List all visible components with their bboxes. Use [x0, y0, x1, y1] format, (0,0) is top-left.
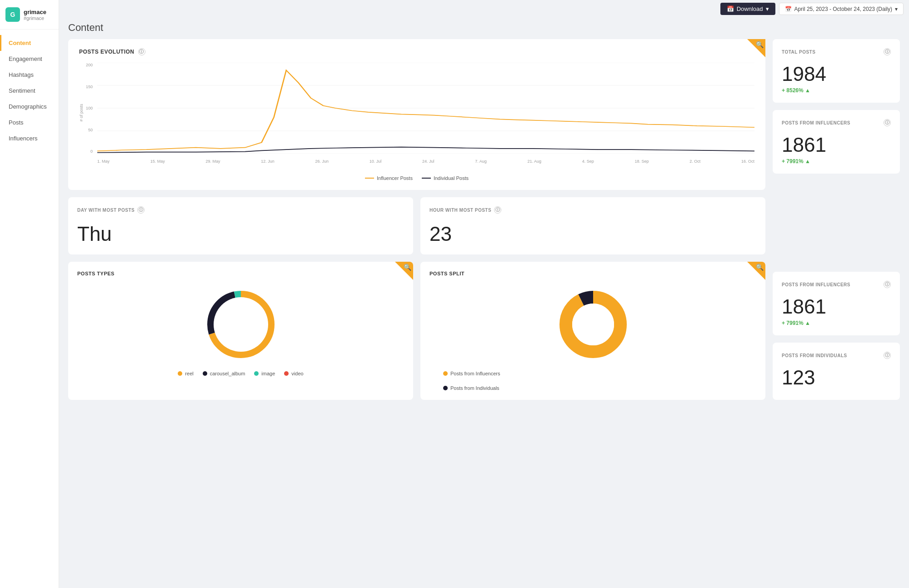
- posts-split-card: 🔍 POSTS SPLIT: [420, 262, 765, 400]
- posts-split-donut: [430, 284, 756, 365]
- sidebar-brand: G grimace #grimace: [0, 0, 59, 30]
- influencers-bottom-info[interactable]: ⓘ: [884, 281, 891, 288]
- legend-individual-split-label: Posts from Individuals: [450, 385, 499, 391]
- search-icon: 🔍: [756, 41, 764, 48]
- split-search-icon: 🔍: [756, 264, 764, 271]
- bottom-charts-row: 🔍 POSTS TYPES: [68, 262, 765, 400]
- legend-influencer-split: Posts from Influencers: [443, 371, 500, 376]
- chevron-down-icon-2: ▾: [895, 6, 898, 12]
- posts-from-individuals-card: POSTS FROM INDIVIDUALS ⓘ 123: [773, 343, 900, 400]
- total-posts-label: TOTAL POSTS: [782, 50, 815, 55]
- posts-individuals-label: POSTS FROM INDIVIDUALS: [782, 353, 847, 358]
- hour-most-posts-card: HOUR WITH MOST POSTS ⓘ 23: [420, 197, 765, 254]
- donut-chart-split: [552, 284, 634, 365]
- legend-image-label: image: [261, 371, 275, 376]
- split-legend: Posts from Influencers Posts from Indivi…: [430, 371, 756, 391]
- brand-name: grimace: [24, 9, 46, 15]
- date-filter[interactable]: 📅 April 25, 2023 - October 24, 2023 (Dai…: [779, 3, 904, 15]
- total-posts-delta: + 8526% ▲: [782, 87, 891, 94]
- types-search-icon: 🔍: [404, 264, 411, 271]
- legend-influencer-split-label: Posts from Influencers: [450, 371, 500, 376]
- total-posts-card: TOTAL POSTS ⓘ 1984 + 8526% ▲: [773, 39, 900, 103]
- legend-video-label: video: [291, 371, 303, 376]
- posts-types-card: 🔍 POSTS TYPES: [68, 262, 413, 400]
- legend-individual-label: Individual Posts: [434, 175, 469, 181]
- sidebar: G grimace #grimace Content Engagement Ha…: [0, 0, 59, 588]
- download-label: Download: [737, 5, 763, 12]
- page-content: 📅 Download ▾ 📅 April 25, 2023 - October …: [59, 0, 909, 588]
- page-title: Content: [68, 22, 900, 34]
- posts-individuals-value: 123: [782, 366, 891, 389]
- chart-svg-container: [97, 63, 754, 154]
- legend-carousel: carousel_album: [203, 371, 245, 376]
- legend-influencer-label: Influencer Posts: [377, 175, 413, 181]
- posts-types-donut: [77, 284, 404, 365]
- chevron-down-icon: ▾: [766, 5, 769, 12]
- posts-split-title: POSTS SPLIT: [430, 271, 756, 276]
- legend-individual-split: Posts from Individuals: [443, 385, 499, 391]
- svg-point-9: [220, 304, 262, 345]
- hour-info-icon[interactable]: ⓘ: [494, 206, 501, 214]
- posts-evolution-info[interactable]: ⓘ: [138, 48, 145, 55]
- sidebar-item-content[interactable]: Content: [0, 35, 59, 51]
- sidebar-item-hashtags[interactable]: Hashtags: [0, 67, 59, 83]
- sidebar-item-demographics[interactable]: Demographics: [0, 99, 59, 115]
- calendar-icon-2: 📅: [785, 6, 792, 12]
- posts-from-influencers-top-card: POSTS FROM INFLUENCERS ⓘ 1861 + 7991% ▲: [773, 110, 900, 174]
- sidebar-item-engagement[interactable]: Engagement: [0, 51, 59, 67]
- day-hour-row: DAY WITH MOST POSTS ⓘ Thu HOUR WITH MOST…: [68, 197, 765, 254]
- types-legend: reel carousel_album image: [77, 371, 404, 376]
- legend-reel-label: reel: [185, 371, 193, 376]
- individuals-info[interactable]: ⓘ: [884, 352, 891, 359]
- x-axis: 1. May 15. May 29. May 12. Jun 26. Jun 1…: [97, 159, 754, 164]
- download-button[interactable]: 📅 Download ▾: [720, 3, 775, 15]
- sidebar-item-influencers[interactable]: Influencers: [0, 130, 59, 146]
- hour-most-posts-value: 23: [430, 223, 756, 245]
- y-axis: 200 150 100 50 0: [79, 63, 95, 154]
- date-range-label: April 25, 2023 - October 24, 2023 (Daily…: [794, 6, 892, 12]
- brand-handle: #grimace: [24, 15, 46, 21]
- posts-influencers-top-value: 1861: [782, 134, 891, 156]
- posts-types-title: POSTS TYPES: [77, 271, 404, 276]
- sidebar-item-posts[interactable]: Posts: [0, 115, 59, 130]
- avatar: G: [5, 7, 20, 22]
- day-most-posts-label: DAY WITH MOST POSTS: [77, 208, 135, 213]
- hour-most-posts-label: HOUR WITH MOST POSTS: [430, 208, 491, 213]
- legend-individual: Individual Posts: [422, 175, 469, 181]
- sidebar-nav: Content Engagement Hashtags Sentiment De…: [0, 30, 59, 152]
- posts-influencers-top-label: POSTS FROM INFLUENCERS: [782, 120, 850, 125]
- calendar-icon: 📅: [727, 5, 734, 12]
- svg-point-12: [572, 304, 614, 345]
- day-info-icon[interactable]: ⓘ: [137, 206, 145, 214]
- day-most-posts-value: Thu: [77, 223, 404, 245]
- legend-image: image: [254, 371, 275, 376]
- total-posts-info[interactable]: ⓘ: [884, 48, 891, 55]
- legend-reel: reel: [178, 371, 193, 376]
- total-posts-value: 1984: [782, 63, 891, 85]
- posts-from-influencers-bottom-card: POSTS FROM INFLUENCERS ⓘ 1861 + 7991% ▲: [773, 272, 900, 335]
- posts-evolution-title: POSTS EVOLUTION: [79, 49, 135, 55]
- posts-influencers-bottom-delta: + 7991% ▲: [782, 320, 891, 326]
- posts-evolution-card: POSTS EVOLUTION ⓘ 🔍 # of posts 200 150 1…: [68, 39, 765, 190]
- legend-carousel-label: carousel_album: [210, 371, 245, 376]
- posts-influencers-bottom-label: POSTS FROM INFLUENCERS: [782, 282, 850, 287]
- posts-influencers-top-delta: + 7991% ▲: [782, 158, 891, 164]
- posts-influencers-bottom-value: 1861: [782, 295, 891, 318]
- chart-legend: Influencer Posts Individual Posts: [79, 175, 754, 181]
- sidebar-item-sentiment[interactable]: Sentiment: [0, 83, 59, 99]
- legend-influencer: Influencer Posts: [365, 175, 413, 181]
- posts-evolution-chart: [97, 63, 754, 154]
- right-sidebar: TOTAL POSTS ⓘ 1984 + 8526% ▲ POSTS FROM …: [773, 39, 900, 400]
- legend-video: video: [284, 371, 303, 376]
- day-most-posts-card: DAY WITH MOST POSTS ⓘ Thu: [68, 197, 413, 254]
- donut-chart-types: [200, 284, 282, 365]
- influencers-top-info[interactable]: ⓘ: [884, 119, 891, 126]
